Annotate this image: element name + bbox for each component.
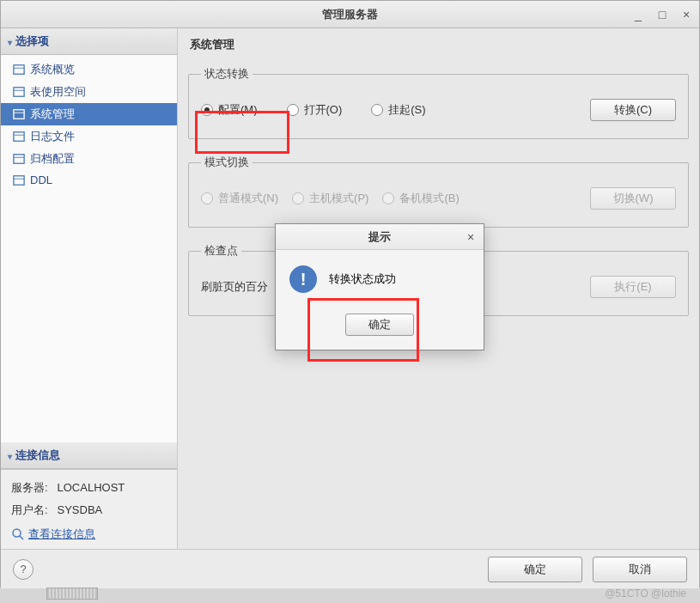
group-state-legend: 状态转换 (201, 66, 253, 82)
sidebar-item-tablespace[interactable]: 表使用空间 (1, 81, 177, 103)
info-icon: ! (289, 265, 317, 293)
sidebar-nav: 系统概览 表使用空间 系统管理 日志文件 归档配置 (1, 55, 177, 442)
svg-rect-10 (14, 175, 24, 185)
group-checkpoint-legend: 检查点 (201, 243, 241, 259)
radio-primary-mode: 主机模式(P) (292, 191, 368, 206)
archive-icon (13, 153, 25, 165)
main-cancel-button[interactable]: 取消 (593, 557, 687, 582)
radio-dot-icon (371, 104, 383, 116)
radio-label: 挂起(S) (388, 102, 425, 118)
sidebar-item-label: 表使用空间 (30, 84, 86, 100)
svg-rect-0 (14, 65, 24, 75)
svg-rect-8 (14, 155, 24, 164)
conn-server-value: LOCALHOST (58, 481, 125, 494)
view-connection-link[interactable]: 查看连接信息 (28, 527, 95, 542)
conn-link-row: 查看连接信息 (11, 521, 167, 542)
sidebar-item-system-overview[interactable]: 系统概览 (1, 58, 177, 81)
sidebar-item-system-management[interactable]: 系统管理 (1, 103, 177, 125)
sidebar-conn-header[interactable]: 连接信息 (1, 442, 177, 469)
decorative-bar (46, 588, 98, 600)
sidebar-item-ddl[interactable]: DDL (1, 170, 177, 190)
radio-suspend[interactable]: 挂起(S) (371, 102, 425, 118)
sidebar-conn-label: 连接信息 (15, 448, 60, 463)
svg-line-13 (20, 536, 23, 539)
svg-rect-6 (14, 132, 24, 142)
minimize-button[interactable]: _ (630, 7, 646, 22)
radio-open[interactable]: 打开(O) (287, 102, 343, 118)
switch-mode-button: 切换(W) (590, 187, 676, 210)
radio-label: 配置(M) (218, 102, 258, 118)
main-title: 系统管理 (188, 35, 689, 58)
window-title: 管理服务器 (322, 7, 378, 22)
search-icon (11, 527, 25, 541)
ddl-icon (13, 174, 25, 186)
system-icon (13, 108, 25, 120)
dialog-header: 提示 × (276, 224, 484, 250)
log-icon (13, 131, 25, 143)
radio-label: 打开(O) (304, 102, 343, 118)
dialog-close-button[interactable]: × (463, 229, 478, 245)
radio-dot-icon (201, 192, 213, 204)
conn-server-label: 服务器: (11, 481, 48, 494)
radio-dot-icon (382, 192, 394, 204)
conn-user-row: 用户名: SYSDBA (11, 499, 167, 521)
group-state-transition: 状态转换 配置(M) 打开(O) 挂起(S) (188, 66, 689, 139)
sidebar-item-label: 系统管理 (30, 107, 75, 122)
titlebar: 管理服务器 _ □ × (1, 1, 699, 28)
radio-dot-icon (201, 104, 213, 116)
radio-dot-icon (287, 104, 299, 116)
svg-rect-4 (14, 110, 24, 119)
dialog-ok-button[interactable]: 确定 (345, 314, 414, 336)
dialog-footer: 确定 (276, 308, 484, 350)
dialog-message: 转换状态成功 (329, 271, 396, 287)
radio-label: 主机模式(P) (309, 191, 368, 206)
chevron-down-icon (8, 449, 12, 462)
radio-dot-icon (292, 192, 304, 204)
sidebar: 选择项 系统概览 表使用空间 系统管理 日志文件 (1, 28, 178, 549)
radio-config[interactable]: 配置(M) (201, 102, 258, 118)
message-dialog: 提示 × ! 转换状态成功 确定 (275, 223, 484, 350)
svg-point-12 (13, 529, 21, 537)
dialog-body: ! 转换状态成功 (276, 250, 484, 308)
sidebar-item-label: 日志文件 (30, 129, 75, 144)
sidebar-item-logfiles[interactable]: 日志文件 (1, 125, 177, 148)
radio-label: 普通模式(N) (218, 191, 278, 206)
titlebar-controls: _ □ × (630, 7, 694, 22)
radio-label: 备机模式(B) (399, 191, 459, 206)
conn-server-row: 服务器: LOCALHOST (11, 477, 167, 499)
svg-rect-2 (14, 88, 24, 97)
dialog-footer-bar: ? 确定 取消 (1, 549, 699, 588)
sidebar-item-label: 归档配置 (30, 151, 75, 167)
main-ok-button[interactable]: 确定 (488, 557, 582, 582)
group-mode-switch: 模式切换 普通模式(N) 主机模式(P) 备机模式(B) (188, 155, 689, 228)
maximize-button[interactable]: □ (654, 7, 670, 22)
dialog-title: 提示 (368, 229, 391, 245)
watermark: @51CTO @lothie (605, 588, 686, 600)
tablespace-icon (13, 86, 25, 98)
radio-normal-mode: 普通模式(N) (201, 191, 278, 206)
sidebar-item-label: DDL (30, 174, 52, 186)
group-mode-legend: 模式切换 (201, 155, 253, 170)
sidebar-item-archive-config[interactable]: 归档配置 (1, 148, 177, 170)
conn-user-label: 用户名: (11, 503, 48, 516)
conn-user-value: SYSDBA (58, 503, 103, 516)
connection-info: 服务器: LOCALHOST 用户名: SYSDBA 查看连接信息 (1, 469, 177, 549)
transition-button[interactable]: 转换(C) (590, 99, 676, 121)
execute-checkpoint-button: 执行(E) (590, 276, 676, 298)
sidebar-select-label: 选择项 (15, 34, 49, 49)
sidebar-select-header[interactable]: 选择项 (1, 28, 177, 55)
sidebar-item-label: 系统概览 (30, 62, 75, 77)
radio-standby-mode: 备机模式(B) (382, 191, 459, 206)
checkpoint-label: 刷脏页的百分 (201, 279, 268, 295)
overview-icon (13, 64, 25, 76)
close-button[interactable]: × (679, 7, 694, 22)
help-button[interactable]: ? (13, 559, 33, 580)
chevron-down-icon (8, 35, 12, 48)
